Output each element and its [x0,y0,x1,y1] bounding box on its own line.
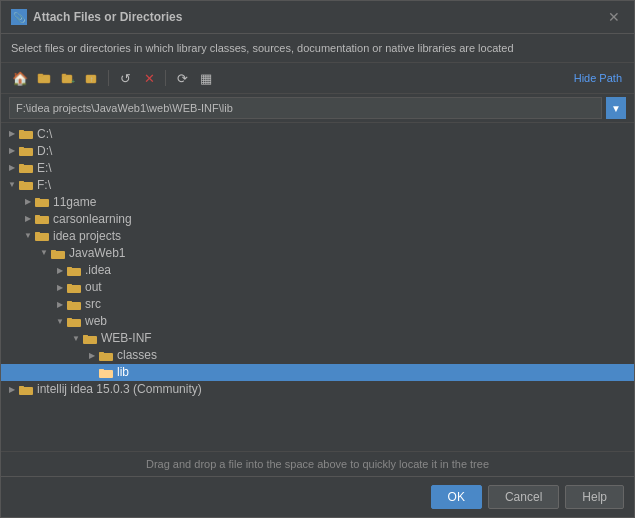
folder-up-btn[interactable]: ↑ [81,67,103,89]
ok-button[interactable]: OK [431,485,482,509]
tree-label-d: D:\ [37,144,52,158]
tree-label-11game: 11game [53,195,96,209]
new-folder-btn[interactable]: + [57,67,79,89]
path-bar: ▼ [1,94,634,123]
tree-item-e[interactable]: ▶ E:\ [1,159,634,176]
svg-rect-32 [83,335,88,338]
svg-rect-8 [19,130,24,133]
svg-text:+: + [71,78,75,85]
tree-label-intellij: intellij idea 15.0.3 (Community) [37,382,202,396]
svg-rect-20 [35,232,40,235]
tree-toggle-e: ▶ [5,161,19,175]
folder-icon-d [19,143,33,158]
footer: OK Cancel Help [1,476,634,517]
tree-item-web[interactable]: ▼ web [1,313,634,330]
tree-toggle-JavaWeb1: ▼ [37,246,51,260]
tree-toggle-f: ▼ [5,178,19,192]
tree-label-out: out [85,280,102,294]
tree-label-lib: lib [117,365,129,379]
svg-text:↑: ↑ [90,75,94,84]
drag-hint: Drag and drop a file into the space abov… [1,451,634,476]
tree-item-c[interactable]: ▶ C:\ [1,125,634,142]
tree-item-intellij[interactable]: ▶ intellij idea 15.0.3 (Community) [1,381,634,398]
tree-label-idea: .idea [85,263,111,277]
tree-toggle-11game: ▶ [21,195,35,209]
tree-label-JavaWeb1: JavaWeb1 [69,246,125,260]
folder-icon-WEB-INF [83,331,97,346]
svg-rect-24 [67,267,72,270]
tree-toggle-web: ▼ [53,314,67,328]
folder-icon-idea_projects [35,228,49,243]
tree-item-out[interactable]: ▶ out [1,279,634,296]
file-tree[interactable]: ▶ C:\▶ D:\▶ E:\▼ F:\▶ 11game▶ carsonlear… [1,123,634,451]
svg-rect-14 [19,181,24,184]
help-button[interactable]: Help [565,485,624,509]
tree-item-d[interactable]: ▶ D:\ [1,142,634,159]
folder-icon-classes [99,348,113,363]
dialog-description: Select files or directories in which lib… [1,34,634,63]
toolbar-sep-1 [108,70,109,86]
folder-icon-e [19,160,33,175]
tree-item-idea_projects[interactable]: ▼ idea projects [1,227,634,244]
folder-icon-lib [99,365,113,380]
tree-label-f: F:\ [37,178,51,192]
svg-rect-38 [19,386,24,389]
folder-icon-f [19,177,33,192]
tree-item-lib[interactable]: lib [1,364,634,381]
tree-label-src: src [85,297,101,311]
tree-toggle-idea: ▶ [53,263,67,277]
svg-rect-10 [19,147,24,150]
tree-label-idea_projects: idea projects [53,229,121,243]
svg-rect-22 [51,250,56,253]
tree-label-c: C:\ [37,127,52,141]
tree-item-classes[interactable]: ▶ classes [1,347,634,364]
tree-item-src[interactable]: ▶ src [1,296,634,313]
tree-label-WEB-INF: WEB-INF [101,331,152,345]
tree-label-web: web [85,314,107,328]
tree-toggle-WEB-INF: ▼ [69,331,83,345]
tree-toggle-idea_projects: ▼ [21,229,35,243]
folder-icon-JavaWeb1 [51,245,65,260]
title-bar-left: 📎 Attach Files or Directories [11,9,182,25]
svg-rect-36 [99,369,104,372]
tree-toggle-lib [85,365,99,379]
folder-icon-intellij [19,382,33,397]
refresh-btn[interactable]: ↺ [114,67,136,89]
toolbar-sep-2 [165,70,166,86]
folder-icon-c [19,126,33,141]
tree-label-e: E:\ [37,161,52,175]
tree-toggle-c: ▶ [5,127,19,141]
tree-item-JavaWeb1[interactable]: ▼ JavaWeb1 [1,244,634,261]
path-expand-button[interactable]: ▼ [606,97,626,119]
path-input[interactable] [9,97,602,119]
folder-btn[interactable] [33,67,55,89]
tree-label-classes: classes [117,348,157,362]
svg-rect-3 [62,74,66,76]
tree-item-f[interactable]: ▼ F:\ [1,176,634,193]
tree-item-carsonlearning[interactable]: ▶ carsonlearning [1,210,634,227]
close-button[interactable]: ✕ [604,7,624,27]
folder-icon-carsonlearning [35,211,49,226]
list-btn[interactable]: ▦ [195,67,217,89]
folder-icon-11game [35,194,49,209]
home-btn[interactable]: 🏠 [9,67,31,89]
delete-btn[interactable]: ✕ [138,67,160,89]
svg-rect-28 [67,301,72,304]
tree-item-11game[interactable]: ▶ 11game [1,193,634,210]
cancel-button[interactable]: Cancel [488,485,559,509]
tree-toggle-classes: ▶ [85,348,99,362]
tree-item-idea[interactable]: ▶ .idea [1,262,634,279]
title-bar: 📎 Attach Files or Directories ✕ [1,1,634,34]
folder-icon-src [67,297,81,312]
tree-item-WEB-INF[interactable]: ▼ WEB-INF [1,330,634,347]
hide-path-button[interactable]: Hide Path [570,70,626,86]
svg-rect-34 [99,352,104,355]
toolbar: 🏠 + ↑ ↺ ✕ [1,63,634,94]
refresh2-btn[interactable]: ⟳ [171,67,193,89]
folder-icon-out [67,280,81,295]
tree-toggle-carsonlearning: ▶ [21,212,35,226]
tree-toggle-d: ▶ [5,144,19,158]
toolbar-left: 🏠 + ↑ ↺ ✕ [9,67,217,89]
tree-toggle-intellij: ▶ [5,382,19,396]
folder-icon-idea [67,263,81,278]
